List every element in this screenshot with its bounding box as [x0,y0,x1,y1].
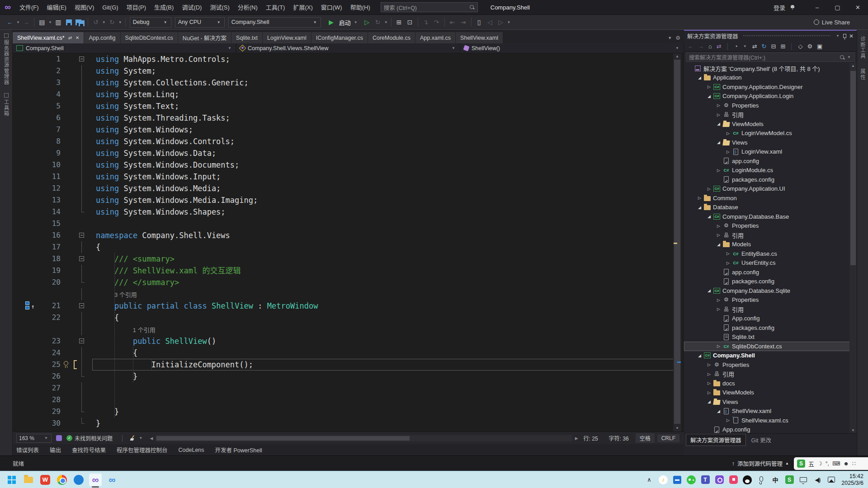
collapsed-arrow-icon[interactable]: ▷ [706,372,712,376]
code-line[interactable]: 20 /// </summary> [13,277,684,288]
start-without-debugging-icon[interactable]: ▷ [362,17,373,28]
open-file-icon[interactable]: ▥ [53,17,64,28]
collapsed-arrow-icon[interactable]: ▷ [706,381,712,385]
tree-item[interactable]: ◢C#Company.Shell [684,351,857,361]
teams-icon[interactable]: T [700,475,710,485]
sogou-icon[interactable]: S [797,460,805,468]
menu-工具(T)[interactable]: 工具(T) [262,0,289,15]
photos-icon[interactable] [826,475,836,485]
new-file-icon[interactable]: ▤ [37,17,47,28]
platform-dropdown[interactable]: Any CPU▼ [175,17,225,28]
fold-collapse-icon[interactable]: − [79,233,84,238]
menu-调试(D)[interactable]: 调试(D) [178,0,206,15]
code-line[interactable]: 17{ [13,241,684,253]
tree-item[interactable]: ▷C#SqliteDbContext.cs [684,342,857,351]
se-back-icon[interactable]: ← [688,43,693,50]
navigate-back-icon[interactable]: ← [5,17,15,28]
add-to-source-control-button[interactable]: ↑ 添加到源代码管理 ▲ [732,459,789,468]
fold-collapse-icon[interactable]: − [79,303,84,308]
menu-测试(S)[interactable]: 测试(S) [206,0,233,15]
tool-window-tab[interactable]: Git 更改 [747,434,776,446]
wps-icon[interactable]: W [39,474,52,486]
fold-collapse-icon[interactable]: − [79,338,84,343]
code-line[interactable]: 28 [13,394,684,406]
tree-item[interactable]: ◢C#Company.Database.Sqlite [684,286,857,296]
tree-item[interactable]: App.config [684,425,857,434]
sync-with-active-document-icon[interactable]: ⇄ [752,43,757,50]
collapsed-arrow-icon[interactable]: ▷ [706,187,712,191]
tree-item[interactable]: ▷⚙Properties [684,360,857,370]
document-tab[interactable]: NuGet - 解决方案 [178,32,231,43]
tree-item[interactable]: ◢Views [684,397,857,407]
moon-icon[interactable]: ☽ [817,460,822,467]
codelens-references[interactable]: 3 个引用 [114,291,137,298]
navigate-back-dropdown[interactable]: ▼ [15,20,21,24]
code-line[interactable]: 27 [13,382,684,394]
debug-configuration-dropdown[interactable]: Debug▼ [130,17,171,28]
speaker-icon[interactable]: ◀)) [812,475,822,485]
codelens-row[interactable]: 3 个引用 [13,288,684,300]
lightbulb-icon[interactable] [64,361,68,366]
pink-app-icon[interactable] [728,475,738,485]
code-line[interactable]: 24 { [13,347,684,359]
collapsed-arrow-icon[interactable]: ▷ [706,390,712,395]
menu-窗口(W)[interactable]: 窗口(W) [317,0,346,15]
panel-tab[interactable]: 查找符号结果 [72,446,106,454]
collapsed-arrow-icon[interactable]: ▷ [715,224,722,228]
pin-icon[interactable] [843,34,846,38]
code-line[interactable]: 4using System.Linq; [13,89,684,100]
hot-reload-dropdown[interactable]: ▼ [383,20,389,24]
codelens-row[interactable]: 1 个引用 [13,324,684,335]
expanded-arrow-icon[interactable]: ◢ [715,242,722,247]
qq-icon[interactable] [742,475,752,485]
home-icon[interactable]: ⌂ [708,43,712,50]
collapsed-arrow-icon[interactable]: ▷ [725,131,731,136]
panel-tab[interactable]: 开发者 PowerShell [215,446,262,454]
code-line[interactable]: 23− public ShellView() [13,335,684,347]
next-bookmark-icon[interactable]: ▷ [495,17,506,28]
redo-icon[interactable]: ↻ [107,17,118,28]
file-explorer-icon[interactable] [22,474,35,486]
tab-list-chevron-icon[interactable]: ▼ [668,36,672,40]
grid-icon[interactable]: ∷ [852,460,856,467]
tree-item[interactable]: ▷⚙Properties [684,296,857,305]
code-line[interactable]: 12using System.Windows.Media; [13,183,684,194]
collapsed-arrow-icon[interactable]: ▷ [715,298,722,302]
menu-编辑(E)[interactable]: 编辑(E) [43,0,71,15]
collapsed-arrow-icon[interactable]: ▷ [706,362,712,367]
inheritance-margin-icon[interactable]: ↑ [25,301,37,310]
code-line[interactable]: 13using System.Windows.Media.Imaging; [13,194,684,206]
document-tab[interactable]: App.xaml.cs [415,32,455,43]
line-ending-button[interactable]: CRLF [657,434,679,442]
step-over-icon[interactable]: ↷ [431,17,442,28]
tree-item[interactable]: ▷Common [684,193,857,203]
breadcrumb-segment[interactable]: Company.Shell.Views.ShellView▼ [236,43,460,53]
tree-item[interactable]: app.config [684,267,857,277]
indent-increase-icon[interactable]: ⇥ [458,17,469,28]
code-line[interactable]: 5using System.Text; [13,100,684,112]
blend-icon[interactable]: ∞ [106,474,118,486]
tree-item[interactable]: ▷C#EntityBase.cs [684,249,857,258]
document-tab[interactable]: SqliteDbContext.cs [121,32,178,43]
new-file-dropdown[interactable]: ▼ [47,20,53,24]
collapsed-arrow-icon[interactable]: ▷ [715,344,722,348]
microphone-icon[interactable] [756,475,766,485]
se-forward-icon[interactable]: → [698,43,704,50]
menu-视图(V)[interactable]: 视图(V) [71,0,98,15]
close-button[interactable]: ✕ [848,0,868,15]
panel-drag-grip[interactable] [743,35,831,37]
maximize-button[interactable]: ▢ [827,0,848,15]
tree-item[interactable]: ◢Models [684,240,857,249]
tree-item[interactable]: ▷品引用 [684,305,857,314]
tree-item[interactable]: packages.config [684,175,857,184]
tree-item[interactable]: ▷C#Company.Application.Designer [684,82,857,92]
keyboard-icon[interactable]: ⌨ [832,460,840,467]
docs-blue-icon[interactable] [672,475,682,485]
tree-item[interactable]: ◢C#Company.Database.Base [684,212,857,221]
right-strip-tab[interactable]: 诊断工具 [859,36,866,59]
tree-item[interactable]: app.config [684,156,857,166]
switch-views-icon[interactable]: ⇄ [717,43,722,50]
code-cleanup-icon[interactable] [130,435,136,441]
menu-分析(N)[interactable]: 分析(N) [234,0,262,15]
tree-item[interactable]: ◢ShellView.xaml [684,407,857,416]
